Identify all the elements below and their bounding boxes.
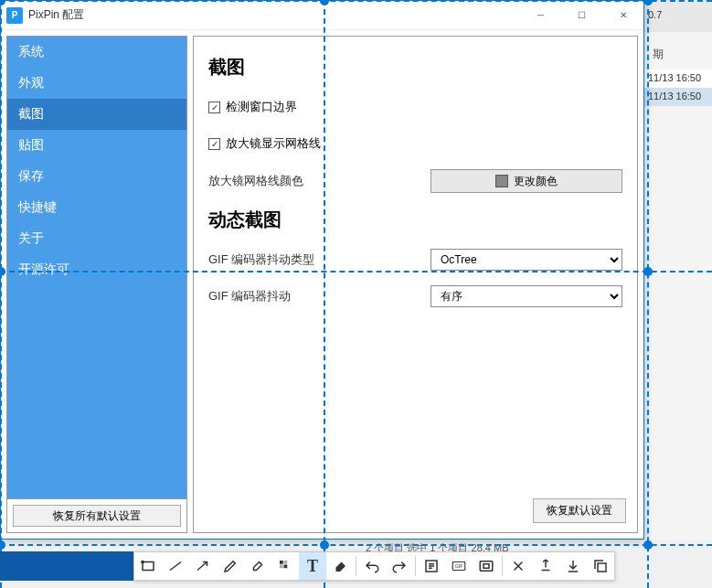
copy-tool[interactable] [587,552,614,580]
cancel-tool[interactable] [505,552,532,580]
gif-dither-type-select[interactable]: OcTree [430,249,622,271]
redo-tool[interactable] [386,552,413,580]
annotation-toolbar: T GIF [133,551,615,581]
svg-rect-4 [280,565,283,569]
main-panel: 截图 检测窗口边界 放大镜显示网格线 放大镜网格线颜色 更改颜色 动态截图 [193,36,638,533]
minimize-button[interactable]: ─ [520,1,561,30]
sidebar-item-screenshot[interactable]: 截图 [7,99,186,130]
grid-color-row: 放大镜网格线颜色 更改颜色 [208,169,622,193]
handle-br[interactable] [643,540,653,550]
marker-tool[interactable] [244,552,271,580]
sidebar-item-hotkey[interactable]: 快捷键 [7,192,186,223]
screenshot-tool[interactable] [473,552,500,580]
window-title: PixPin 配置 [28,7,520,23]
taskbar-fragment [0,551,133,581]
change-color-text: 更改颜色 [514,174,558,189]
svg-rect-2 [280,561,283,564]
handle-bc[interactable] [320,540,329,550]
svg-rect-11 [598,563,606,572]
sidebar-item-about[interactable]: 关于 [7,223,186,254]
svg-rect-5 [284,565,288,569]
sidebar-item-pin[interactable]: 贴图 [7,130,186,161]
gif-dither-type-label: GIF 编码器抖动类型 [208,251,428,268]
close-button[interactable]: ✕ [602,1,643,30]
svg-rect-3 [284,561,288,564]
color-swatch-icon [495,175,508,187]
bg-version: 0.7 [643,0,712,32]
magnifier-grid-checkbox[interactable] [208,138,220,150]
restore-all-button[interactable]: 恢复所有默认设置 [13,505,181,527]
gif-dither-select[interactable]: 有序 [430,285,622,307]
handle-bl[interactable] [0,540,5,550]
svg-text:GIF: GIF [455,563,463,569]
sidebar-item-system[interactable]: 系统 [7,37,186,68]
svg-rect-9 [480,561,493,572]
pin-tool[interactable] [532,552,559,580]
detect-window-label: 检测窗口边界 [226,99,297,115]
restore-default-button[interactable]: 恢复默认设置 [533,498,626,523]
grid-color-label: 放大镜网格线颜色 [208,173,428,189]
content-area: 系统 外观 截图 贴图 保存 快捷键 关于 开源许可 恢复所有默认设置 截图 检… [1,30,643,539]
separator-2 [415,556,416,576]
gif-dither-label: GIF 编码器抖动 [208,288,428,305]
section-dynamic-title: 动态截图 [208,208,622,232]
arrow-tool[interactable] [189,552,217,580]
bg-row-1: 11/13 16:50 [643,69,712,88]
titlebar: P PixPin 配置 ─ ☐ ✕ [1,1,643,30]
maximize-button[interactable]: ☐ [561,1,602,30]
bg-row-2: 11/13 16:50 [643,88,712,106]
bg-col-header: 期 [643,44,712,64]
mosaic-tool[interactable] [271,552,299,580]
settings-window: P PixPin 配置 ─ ☐ ✕ 系统 外观 截图 贴图 保存 快捷键 关于 … [0,0,644,540]
undo-tool[interactable] [358,552,386,580]
sidebar-item-save[interactable]: 保存 [7,161,186,192]
text-tool[interactable]: T [299,552,326,580]
rect-tool[interactable] [134,552,162,580]
gif-dither-type-row: GIF 编码器抖动类型 OcTree [208,249,622,271]
magnifier-grid-label: 放大镜显示网格线 [226,135,321,152]
line-tool[interactable] [162,552,189,580]
svg-point-1 [142,561,143,562]
ocr-tool[interactable] [418,552,445,580]
gif-tool[interactable]: GIF [445,552,473,580]
separator-3 [502,556,503,576]
sidebar-item-appearance[interactable]: 外观 [7,68,186,99]
sidebar-list: 系统 外观 截图 贴图 保存 快捷键 关于 开源许可 [6,36,187,499]
sidebar-item-license[interactable]: 开源许可 [7,254,186,285]
magnifier-grid-row: 放大镜显示网格线 [208,133,622,155]
detect-window-checkbox[interactable] [208,102,220,113]
guide-bottom [0,544,712,546]
detect-window-row: 检测窗口边界 [208,96,622,118]
eraser-tool[interactable] [326,552,354,580]
section-screenshot-title: 截图 [208,55,622,80]
svg-rect-10 [484,564,489,569]
app-icon: P [6,7,23,24]
sidebar: 系统 外观 截图 贴图 保存 快捷键 关于 开源许可 恢复所有默认设置 [6,36,187,533]
change-color-button[interactable]: 更改颜色 [430,169,622,193]
sidebar-footer: 恢复所有默认设置 [6,499,187,533]
svg-rect-0 [143,562,154,571]
save-tool[interactable] [559,552,587,580]
separator-1 [356,556,356,576]
gif-dither-row: GIF 编码器抖动 有序 [208,285,622,307]
pencil-tool[interactable] [217,552,244,580]
